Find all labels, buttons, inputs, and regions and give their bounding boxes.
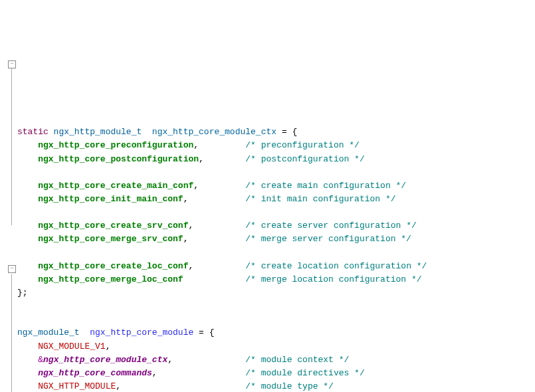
cmt-module-ctx: /* module context */ <box>245 355 349 365</box>
val-http-module: NGX_HTTP_MODULE <box>38 381 116 391</box>
val-postconfig: ngx_http_core_postconfiguration <box>38 154 199 164</box>
fold-line-2 <box>11 274 12 392</box>
val-module-ctx-ref: ngx_http_core_module_ctx <box>43 355 167 365</box>
close-brace-1: }; <box>17 288 28 298</box>
val-merge-srv: ngx_http_core_merge_srv_conf <box>38 234 183 244</box>
val-commands: ngx_http_core_commands <box>38 368 152 378</box>
var-module-ctx: ngx_http_core_module_ctx <box>152 127 276 137</box>
fold-line-1 <box>11 68 12 225</box>
val-create-main: ngx_http_core_create_main_conf <box>38 181 193 191</box>
cmt-create-main: /* create main configuration */ <box>245 181 406 191</box>
val-merge-loc: ngx_http_core_merge_loc_conf <box>38 274 183 284</box>
amp-op: & <box>38 355 43 365</box>
open-brace-2: = { <box>193 328 214 338</box>
cmt-directives: /* module directives */ <box>245 368 364 378</box>
code-content: static ngx_http_module_t ngx_http_core_m… <box>17 126 528 392</box>
cmt-merge-loc: /* merge location configuration */ <box>245 274 421 284</box>
cmt-init-main: /* init main configuration */ <box>245 194 395 204</box>
keyword-static: static <box>17 127 49 137</box>
type-module-t: ngx_http_module_t <box>49 127 152 137</box>
cmt-merge-srv: /* merge server configuration */ <box>245 234 411 244</box>
code-block: − − static ngx_http_module_t ngx_http_co… <box>7 59 528 392</box>
cmt-preconfig: /* preconfiguration */ <box>245 140 360 150</box>
type-module: ngx_module_t <box>17 328 90 338</box>
val-init-main: ngx_http_core_init_main_conf <box>38 194 183 204</box>
fold-icon-2[interactable]: − <box>8 265 16 273</box>
cmt-postconfig: /* postconfiguration */ <box>245 154 364 164</box>
cmt-create-srv: /* create server configuration */ <box>245 221 416 231</box>
val-create-srv: ngx_http_core_create_srv_conf <box>38 221 188 231</box>
val-create-loc: ngx_http_core_create_loc_conf <box>38 261 188 271</box>
cmt-create-loc: /* create location configuration */ <box>245 261 427 271</box>
var-core-module: ngx_http_core_module <box>90 328 193 338</box>
val-ngx-v1: NGX_MODULE_V1 <box>38 342 105 351</box>
cmt-module-type: /* module type */ <box>245 381 334 391</box>
fold-icon-1[interactable]: − <box>8 60 16 68</box>
val-preconfig: ngx_http_core_preconfiguration <box>38 140 193 150</box>
open-brace-1: = { <box>276 127 297 137</box>
